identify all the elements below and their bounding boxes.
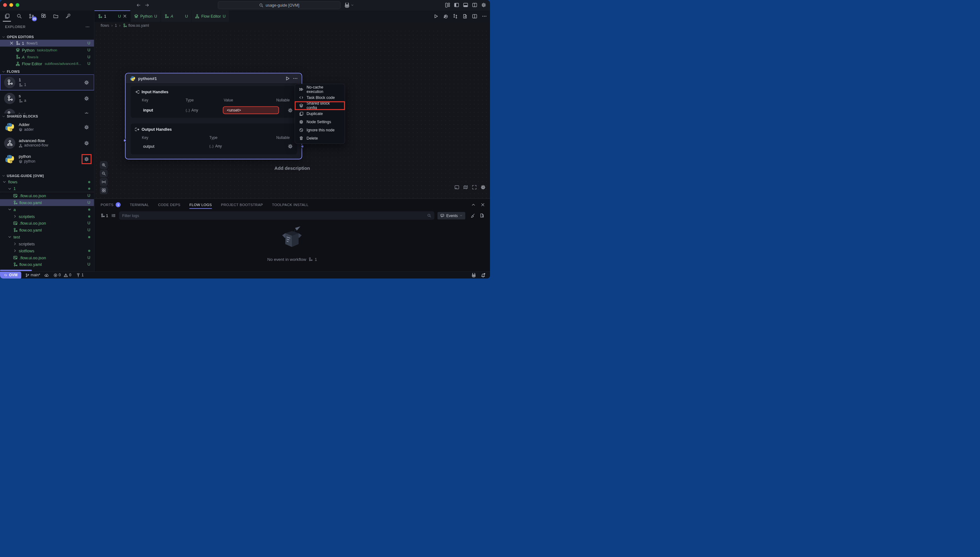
search-view-icon[interactable]: [16, 13, 23, 20]
tree-item[interactable]: .flow.ui.oo.json U: [0, 254, 94, 261]
shared-block-item[interactable]: python python: [0, 151, 94, 167]
folder-view-icon[interactable]: [52, 13, 59, 20]
workspace-header[interactable]: USAGE-GUIDE [OVM]: [0, 173, 94, 179]
zoom-out-button[interactable]: [100, 170, 108, 178]
block-settings-gear-icon[interactable]: [84, 140, 89, 146]
split-editor-icon[interactable]: [472, 13, 477, 19]
fullscreen-icon[interactable]: [472, 185, 477, 190]
navigate-forward-icon[interactable]: [145, 3, 149, 7]
more-actions-icon[interactable]: [482, 13, 487, 19]
node-header[interactable]: python#1: [126, 73, 302, 84]
canvas-settings-gear-icon[interactable]: [481, 185, 486, 190]
add-description-button[interactable]: Add description: [94, 165, 490, 171]
context-menu-item[interactable]: No-cache execution: [295, 85, 345, 94]
panel-tab[interactable]: FLOW LOGS: [189, 199, 211, 210]
breadcrumb-folder[interactable]: flows: [101, 23, 109, 28]
open-editors-header[interactable]: OPEN EDITORS: [0, 34, 94, 40]
source-control-icon[interactable]: 29: [28, 13, 35, 20]
settings-gear-icon[interactable]: [481, 3, 486, 8]
flow-list-item[interactable]: s a: [0, 90, 94, 106]
more-actions-icon[interactable]: [85, 24, 90, 29]
editor-tab[interactable]: 1 U: [94, 10, 131, 22]
clear-logs-icon[interactable]: [470, 213, 475, 218]
tree-item[interactable]: flow.oo.yaml U: [0, 261, 94, 268]
flows-header[interactable]: FLOWS: [0, 69, 94, 74]
tree-item[interactable]: scriptlets: [0, 213, 94, 220]
keys-view-icon[interactable]: [64, 13, 71, 20]
node-more-icon[interactable]: [293, 76, 298, 81]
tree-item[interactable]: flows: [0, 179, 94, 186]
open-editor-item[interactable]: Python tasks/python U: [0, 47, 94, 54]
tree-item[interactable]: a: [0, 206, 94, 213]
navigate-back-icon[interactable]: [137, 3, 141, 7]
editor-tab[interactable]: Python U: [131, 10, 161, 22]
open-editor-item[interactable]: A flows/a U: [0, 54, 94, 60]
context-menu-item[interactable]: Node Settings: [295, 118, 345, 126]
flow-settings-gear-icon[interactable]: [84, 80, 89, 85]
sync-status[interactable]: [44, 273, 49, 277]
tree-item[interactable]: .flow.ui.oo.json U: [0, 192, 94, 199]
notifications-bell-icon[interactable]: [481, 272, 486, 278]
shared-blocks-header[interactable]: SHARED BLOCKS: [0, 113, 94, 119]
flow-node-python1[interactable]: python#1 Input Handles Key Type Value Nu…: [125, 73, 302, 160]
run-node-icon[interactable]: [285, 76, 290, 81]
bottom-panel-icon[interactable]: [454, 185, 460, 190]
customize-layout-icon[interactable]: [445, 3, 450, 8]
breadcrumb-folder[interactable]: 1: [115, 23, 117, 28]
map-icon[interactable]: [463, 185, 468, 190]
problems-status[interactable]: 0 0: [53, 273, 71, 277]
command-center-search[interactable]: usage-guide [OVM]: [218, 1, 341, 9]
toggle-sidebar-icon[interactable]: [454, 3, 459, 8]
context-menu-item[interactable]: Shared Block config: [295, 101, 345, 110]
rerun-icon[interactable]: [443, 13, 448, 19]
toggle-secondary-sidebar-icon[interactable]: [472, 3, 477, 8]
flow-settings-gear-icon[interactable]: [84, 96, 89, 101]
shared-block-item[interactable]: Adder adder: [0, 119, 94, 135]
handle-settings-gear-icon[interactable]: [288, 108, 293, 113]
maximize-panel-icon[interactable]: [471, 203, 476, 207]
context-menu-item[interactable]: Duplicate: [295, 110, 345, 118]
context-menu-item[interactable]: Ignore this node: [295, 126, 345, 134]
close-tab-icon[interactable]: [123, 14, 127, 18]
log-list-icon[interactable]: [111, 213, 116, 218]
editor-tab[interactable]: Flow Editor U: [192, 10, 229, 22]
handle-settings-gear-icon[interactable]: [288, 144, 293, 149]
tree-item[interactable]: scriptlets: [0, 240, 94, 247]
zoom-in-button[interactable]: [100, 161, 108, 169]
tree-item[interactable]: flow.oo.yaml U: [0, 226, 94, 233]
remote-indicator[interactable]: OVM: [0, 272, 21, 278]
context-menu-item[interactable]: Task Block code: [295, 94, 345, 102]
editor-tab[interactable]: A U: [161, 10, 192, 22]
close-panel-icon[interactable]: [481, 203, 485, 207]
filter-logs-field[interactable]: [119, 212, 435, 220]
maximize-window-button[interactable]: [16, 3, 20, 7]
filter-logs-input[interactable]: [122, 213, 425, 218]
tree-item[interactable]: 1: [0, 185, 94, 192]
minimize-window-button[interactable]: [10, 3, 13, 7]
input-connector-handle[interactable]: [123, 139, 127, 142]
horizontal-scrollbar[interactable]: [0, 270, 32, 271]
panel-tab[interactable]: TERMINAL: [130, 199, 149, 210]
mascot-icon[interactable]: [471, 272, 476, 278]
tree-item[interactable]: flow.oo.yaml U: [0, 199, 94, 206]
fit-view-button[interactable]: [100, 178, 108, 186]
flow-settings-gear-icon[interactable]: [84, 112, 89, 113]
flow-list-item[interactable]: 1 1: [0, 74, 94, 90]
open-editor-item[interactable]: Flow Editor subflows/advanced-fl... U: [0, 60, 94, 67]
flow-canvas[interactable]: python#1 Input Handles Key Type Value Nu…: [94, 29, 490, 199]
open-changes-icon[interactable]: [463, 13, 468, 19]
assistant-menu[interactable]: [344, 2, 354, 8]
tree-item[interactable]: .flow.ui.oo.json U: [0, 220, 94, 227]
run-flow-icon[interactable]: [433, 13, 438, 19]
events-dropdown[interactable]: Events: [438, 212, 465, 219]
flow-list-item[interactable]: test: [0, 106, 94, 113]
panel-tab[interactable]: PORTS 1: [101, 199, 121, 210]
toggle-panel-icon[interactable]: [463, 3, 468, 8]
context-menu-item[interactable]: Delete: [295, 134, 345, 142]
tree-item[interactable]: slotflows: [0, 247, 94, 254]
panel-tab[interactable]: TOOLPACK INSTALL: [272, 199, 309, 210]
flow-reference[interactable]: 1: [101, 213, 108, 218]
tree-item[interactable]: test: [0, 233, 94, 240]
output-connector-handle[interactable]: [301, 145, 304, 148]
close-window-button[interactable]: [3, 3, 7, 7]
